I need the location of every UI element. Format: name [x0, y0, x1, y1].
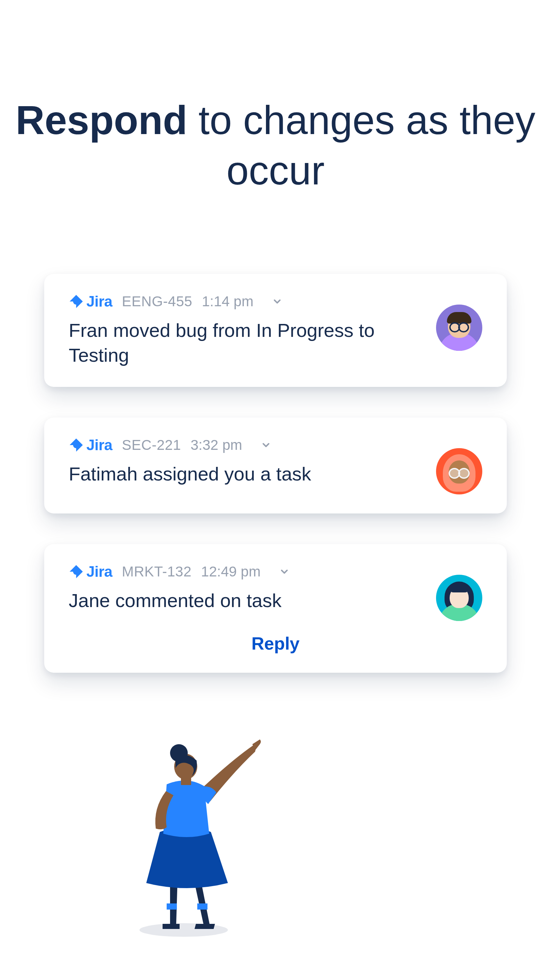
- notification-message: Jane commented on task: [69, 588, 282, 613]
- notification-time: 3:32 pm: [191, 437, 242, 453]
- svg-rect-2: [197, 904, 208, 910]
- card-body: Fatimah assigned you a task: [69, 462, 482, 495]
- avatar: [436, 305, 482, 351]
- ticket-id: SEC-221: [122, 437, 181, 453]
- notification-card[interactable]: Jira MRKT-132 12:49 pm Jane commented on…: [44, 544, 507, 673]
- card-body: Fran moved bug from In Progress to Testi…: [69, 318, 482, 368]
- jira-icon: [69, 294, 84, 309]
- page-headline: Respond to changes as they occur: [0, 0, 551, 196]
- card-header: Jira EENG-455 1:14 pm: [69, 293, 482, 310]
- reply-button[interactable]: Reply: [251, 633, 300, 653]
- notification-message: Fran moved bug from In Progress to Testi…: [69, 318, 409, 368]
- headline-rest: to changes as they occur: [187, 98, 535, 193]
- notification-card[interactable]: Jira EENG-455 1:14 pm Fran moved bug fro…: [44, 274, 507, 387]
- page: Respond to changes as they occur Jira EE…: [0, 0, 551, 980]
- ticket-id: EENG-455: [122, 293, 192, 310]
- jira-icon: [69, 564, 84, 579]
- app-name: Jira: [86, 563, 112, 580]
- jira-logo: Jira: [69, 563, 112, 580]
- avatar: [436, 448, 482, 495]
- headline-bold: Respond: [16, 98, 187, 143]
- notification-list: Jira EENG-455 1:14 pm Fran moved bug fro…: [0, 274, 551, 673]
- person-illustration: [119, 720, 262, 937]
- jira-logo: Jira: [69, 293, 112, 310]
- chevron-down-icon[interactable]: [259, 438, 273, 453]
- svg-rect-1: [167, 904, 177, 910]
- card-header: Jira MRKT-132 12:49 pm: [69, 563, 482, 580]
- notification-card[interactable]: Jira SEC-221 3:32 pm Fatimah assigned yo…: [44, 417, 507, 514]
- card-header: Jira SEC-221 3:32 pm: [69, 437, 482, 453]
- card-actions: Reply: [69, 633, 482, 654]
- ticket-id: MRKT-132: [122, 563, 192, 580]
- chevron-down-icon[interactable]: [277, 564, 292, 579]
- jira-logo: Jira: [69, 437, 112, 453]
- jira-icon: [69, 438, 84, 453]
- notification-time: 1:14 pm: [202, 293, 253, 310]
- app-name: Jira: [86, 293, 112, 310]
- svg-point-0: [140, 923, 228, 937]
- notification-time: 12:49 pm: [201, 563, 260, 580]
- card-body: Jane commented on task: [69, 588, 482, 621]
- app-name: Jira: [86, 437, 112, 453]
- avatar: [436, 575, 482, 621]
- notification-message: Fatimah assigned you a task: [69, 462, 311, 487]
- chevron-down-icon[interactable]: [270, 294, 285, 309]
